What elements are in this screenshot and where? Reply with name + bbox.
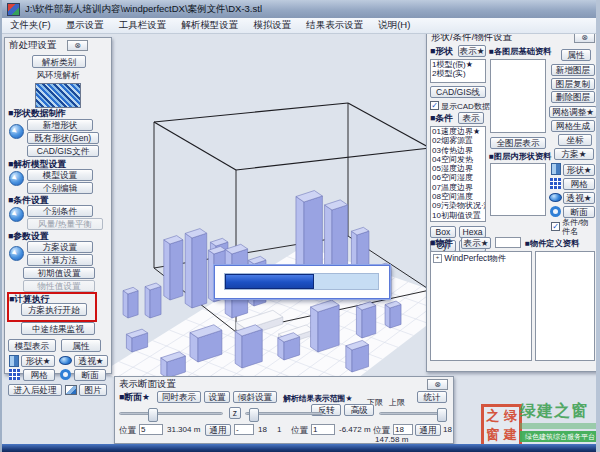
shape-condition-object-panel: 形状/条件/物件设置 ⊗ ■形状 表示★ 1模型(假)★ 2模型(实) CAD/… bbox=[426, 29, 600, 372]
model-setting-button[interactable]: 模型设置 bbox=[27, 169, 93, 181]
condition-object-name-checkbox[interactable] bbox=[551, 222, 560, 231]
slider-thumb[interactable] bbox=[437, 408, 447, 422]
box-primitive-button[interactable]: Box bbox=[430, 226, 456, 238]
grid-adjust-button[interactable]: 网格调整★ bbox=[549, 106, 597, 118]
run-scheme-button[interactable]: 方案执行开始 bbox=[21, 303, 87, 316]
condition-item[interactable]: 01速度边界★ bbox=[431, 127, 485, 136]
menu-item-file[interactable]: 文件夹(F) bbox=[10, 19, 51, 32]
slider-thumb[interactable] bbox=[249, 408, 259, 422]
perspective-tool-button[interactable]: 透视★ bbox=[563, 192, 595, 204]
layer-base-info-box[interactable] bbox=[490, 59, 546, 133]
condition-item[interactable]: 03传热边界 bbox=[431, 146, 485, 155]
section-position-field[interactable]: 5 bbox=[139, 424, 163, 435]
lower-limit-meter: -6.472 m bbox=[339, 425, 371, 434]
condition-item[interactable]: 05湿度边界 bbox=[431, 164, 485, 173]
lower-limit-field[interactable]: 1 bbox=[311, 424, 335, 435]
layer-shape-info-box[interactable] bbox=[490, 163, 546, 216]
section-position-slider[interactable] bbox=[119, 412, 223, 415]
cad-gis-line-button[interactable]: CAD/GIS线 bbox=[430, 86, 486, 98]
z-axis-button[interactable]: z bbox=[229, 407, 241, 419]
all-layer-display-button[interactable]: 全图层表示 bbox=[490, 137, 546, 149]
set-button[interactable]: 设置 bbox=[204, 391, 230, 403]
tilt-section-button[interactable]: 倾斜设置 bbox=[233, 391, 277, 403]
shape-item[interactable]: 2模型(实) bbox=[431, 69, 485, 78]
tree-expand-icon[interactable]: + bbox=[433, 254, 442, 263]
shape-listbox[interactable]: 1模型(假)★ 2模型(实) bbox=[430, 59, 486, 83]
grid-tool-button[interactable]: 网格 bbox=[23, 369, 55, 381]
stats-button[interactable]: 统计 bbox=[417, 391, 447, 403]
layer-attribute-button[interactable]: 属性 bbox=[561, 49, 591, 61]
menu-item-result-display[interactable]: 结果表示设置 bbox=[306, 19, 363, 32]
section-tool-button[interactable]: 断面 bbox=[74, 369, 106, 381]
perspective-tool-button[interactable]: 透视★ bbox=[74, 355, 108, 367]
object-filter-field[interactable] bbox=[495, 237, 521, 248]
condition-listbox[interactable]: 01速度边界★ 02烟雾源置 03传热边界 04空间发热 05湿度边界 06空间… bbox=[430, 126, 486, 222]
slider-thumb[interactable] bbox=[148, 408, 158, 422]
condition-item[interactable]: 06空间湿度 bbox=[431, 173, 485, 182]
building-icon bbox=[551, 163, 561, 175]
sync-display-button[interactable]: 同时表示 bbox=[157, 391, 201, 403]
add-layer-button[interactable]: 新增图层 bbox=[551, 64, 595, 76]
close-icon[interactable]: ⊗ bbox=[427, 379, 448, 390]
show-cad-checkbox[interactable] bbox=[430, 101, 439, 110]
watermark-brand: 绿建之窗 bbox=[520, 401, 600, 422]
calc-method-button[interactable]: 计算方法 bbox=[27, 254, 93, 266]
grid-generate-button[interactable]: 网格生成 bbox=[551, 120, 595, 132]
advanced-button[interactable]: 高级 bbox=[344, 404, 374, 416]
shape-display-button[interactable]: 表示★ bbox=[458, 45, 486, 57]
menu-item-analysis-model[interactable]: 解析模型设置 bbox=[181, 19, 238, 32]
title-bar[interactable]: J:\软件部新人培训内容\windperfectDX\案例文件\DX-3.stl bbox=[2, 0, 596, 19]
condition-item[interactable]: 09污染物状况·浓 bbox=[431, 201, 485, 210]
aux-field[interactable]: - bbox=[234, 424, 254, 435]
attribute-button[interactable]: 属性 bbox=[61, 339, 101, 352]
common-apply-button[interactable]: 通用 bbox=[205, 424, 231, 436]
watermark-seal: 之 绿 窗 建 bbox=[481, 404, 522, 447]
initial-value-button[interactable]: 初期值设置 bbox=[23, 267, 95, 279]
new-shape-button[interactable]: 新增形状 bbox=[27, 119, 93, 131]
condition-item[interactable]: 07温度边界 bbox=[431, 183, 485, 192]
menu-item-simulation[interactable]: 模拟设置 bbox=[253, 19, 291, 32]
copy-layer-button[interactable]: 图层复制 bbox=[551, 78, 595, 90]
shape-item[interactable]: 1模型(假)★ bbox=[431, 60, 485, 69]
object-tree-box[interactable]: + WindPerfect物件 bbox=[430, 251, 532, 361]
midway-result-monitor-button[interactable]: 中途结果监视 bbox=[21, 322, 95, 335]
scheme-setting-button[interactable]: 方案设置 bbox=[27, 241, 93, 253]
menu-item-display[interactable]: 显示设置 bbox=[66, 19, 104, 32]
condition-item[interactable]: 04空间发热 bbox=[431, 155, 485, 164]
scheme-button[interactable]: 方案★ bbox=[554, 148, 594, 160]
object-display-button[interactable]: 表示★ bbox=[461, 237, 491, 249]
individual-edit-button[interactable]: 个别编辑 bbox=[27, 182, 93, 194]
section-tool-button[interactable]: 断面 bbox=[563, 206, 595, 218]
lower-limit-slider[interactable] bbox=[245, 412, 323, 415]
existing-shape-button[interactable]: 既有形状(Gen) bbox=[27, 132, 99, 144]
coordinate-button[interactable]: 坐标 bbox=[558, 134, 592, 146]
common-apply-button[interactable]: 通用 bbox=[415, 424, 441, 436]
section-circle-icon bbox=[60, 369, 71, 380]
menu-item-help[interactable]: 说明(H) bbox=[378, 19, 410, 32]
grid-tool-button[interactable]: 网格 bbox=[563, 178, 595, 190]
object-def-box[interactable] bbox=[535, 251, 595, 361]
upper-limit-field[interactable]: 18 bbox=[393, 424, 413, 435]
material-property-button[interactable]: 物性值设置 bbox=[23, 280, 95, 292]
enter-postprocess-button[interactable]: 进入后处理 bbox=[8, 384, 62, 396]
shape-list-label: ■形状 bbox=[430, 46, 453, 58]
delete-layer-button[interactable]: 删除图层 bbox=[551, 91, 595, 103]
individual-condition-button[interactable]: 个别条件 bbox=[27, 205, 93, 217]
image-tool-button[interactable]: 图片 bbox=[79, 384, 107, 396]
shape-tool-button[interactable]: 形状★ bbox=[563, 164, 595, 176]
condition-item[interactable]: 02烟雾源置 bbox=[431, 136, 485, 145]
tree-item-windperfect[interactable]: + WindPerfect物件 bbox=[431, 252, 531, 265]
terrain-thumbnail[interactable] bbox=[35, 83, 81, 108]
condition-display-button[interactable]: 表示 bbox=[458, 112, 484, 124]
menu-item-toolbar[interactable]: 工具栏设置 bbox=[119, 19, 167, 32]
upper-limit-slider[interactable] bbox=[379, 412, 447, 415]
condition-item[interactable]: 08空间温度 bbox=[431, 192, 485, 201]
condition-item[interactable]: 10初期值设置 bbox=[431, 211, 485, 220]
cad-gis-file-button[interactable]: CAD/GIS文件 bbox=[27, 145, 99, 157]
analysis-class-button[interactable]: 解析类别 bbox=[32, 55, 86, 68]
model-display-button[interactable]: 模型表示 bbox=[8, 339, 56, 352]
close-icon[interactable]: ⊗ bbox=[67, 40, 88, 51]
flow-heat-balance-button[interactable]: 风量/热量平衡 bbox=[27, 218, 103, 230]
shape-tool-button[interactable]: 形状★ bbox=[21, 355, 55, 367]
grid-icon bbox=[550, 178, 561, 189]
